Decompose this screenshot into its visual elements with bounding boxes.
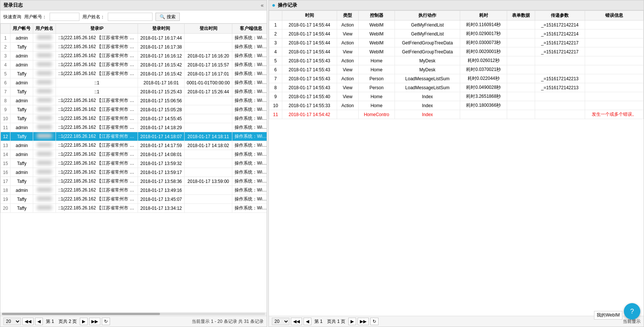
operation-table-row[interactable]: 62018-01-17 14:55:43ViewHomeMyDesk耗时0.03… — [269, 65, 644, 74]
col-client-header: 客户端信息 — [232, 24, 267, 34]
name-input[interactable] — [108, 13, 153, 21]
row-logout-time — [184, 114, 232, 123]
row-login-time: 2018-01-17 16:17:44 — [138, 34, 184, 43]
next-page-btn-right[interactable]: ▶ — [348, 318, 356, 325]
row-username — [33, 132, 56, 141]
login-table-row[interactable]: 1admin::1(222.185.26.162 【江苏省常州市 电信】)201… — [1, 34, 267, 43]
login-table-row[interactable]: 17Taffy::1(222.185.26.162 【江苏省常州市 电信】)20… — [1, 177, 267, 186]
operation-table-row[interactable]: 22018-01-17 14:55:44ViewWebIMGetMyFriend… — [269, 29, 644, 38]
operation-log-panel: ● 操作记录 时间 类型 控制器 执行动作 耗时 表单数据 传递参数 错误信息 — [268, 0, 644, 327]
op-num: 9 — [269, 92, 282, 101]
row-account: admin — [10, 123, 33, 132]
total-pages-right: 页共 1 页 — [327, 318, 345, 325]
row-username — [33, 195, 56, 204]
row-login-time: 2018-01-17 16:15:42 — [138, 60, 184, 69]
op-type: Action — [337, 21, 358, 29]
next-page-btn-left[interactable]: ▶ — [80, 318, 88, 325]
search-area: 快速查询 用户帐号： 用户姓名： 🔍 搜索 — [0, 10, 267, 24]
operation-table-row[interactable]: 52018-01-17 14:55:43ActionHomeMyDesk耗时0.… — [269, 56, 644, 65]
row-logout-time — [184, 123, 232, 132]
row-ip: ::1(222.185.26.162 【江苏省常州市 电信】) — [56, 159, 138, 168]
operation-table-row[interactable]: 12018-01-17 14:55:44ActionWebIMGetMyFrie… — [269, 21, 644, 29]
collapse-button[interactable]: « — [261, 2, 264, 8]
login-table-row[interactable]: 5Taffy::1(222.185.26.162 【江苏省常州市 电信】)201… — [1, 69, 267, 78]
op-error — [585, 56, 644, 65]
login-table-row[interactable]: 14admin::1(222.185.26.162 【江苏省常州市 电信】)20… — [1, 150, 267, 159]
op-params — [535, 101, 585, 110]
op-action: Index — [395, 92, 460, 101]
op-col-form: 表单数据 — [507, 11, 535, 21]
op-duration: 耗时0.022044秒 — [460, 74, 507, 83]
first-page-btn-right[interactable]: ◀◀ — [291, 318, 302, 325]
row-login-time: 2018-01-17 15:06:56 — [138, 96, 184, 105]
login-table-row[interactable]: 13admin::1(222.185.26.162 【江苏省常州市 电信】)20… — [1, 141, 267, 150]
login-table-row[interactable]: 9Taffy::1(222.185.26.162 【江苏省常州市 电信】)201… — [1, 105, 267, 114]
row-account: Taffy — [10, 177, 33, 186]
label-account: 用户帐号： — [24, 14, 47, 20]
op-error: 发生一个或多个错误。 — [585, 110, 644, 119]
login-table-row[interactable]: 18admin::1(222.185.26.162 【江苏省常州市 电信】)20… — [1, 186, 267, 195]
row-account: Taffy — [10, 114, 33, 123]
right-pagination: 20 50 100 ◀◀ ◀ 第 1 页共 1 页 ▶ ▶▶ ↻ 当前显示 — [269, 316, 644, 327]
op-type: Action — [337, 56, 358, 65]
login-table-row[interactable]: 15Taffy::1(222.185.26.162 【江苏省常州市 电信】)20… — [1, 159, 267, 168]
login-table-row[interactable]: 20Taffy::1(222.185.26.162 【江苏省常州市 电信】)20… — [1, 204, 267, 213]
row-username — [33, 52, 56, 60]
login-table-row[interactable]: 8admin::1(222.185.26.162 【江苏省常州市 电信】)201… — [1, 96, 267, 105]
refresh-btn-left[interactable]: ↻ — [102, 318, 110, 325]
first-page-btn-left[interactable]: ◀◀ — [22, 318, 34, 325]
op-num: 7 — [269, 74, 282, 83]
login-table-row[interactable]: 11admin::1(222.185.26.162 【江苏省常州市 电信】)20… — [1, 123, 267, 132]
horizontal-scrollbar[interactable] — [0, 312, 267, 316]
operation-table-row[interactable]: 102018-01-17 14:55:33ActionHomeIndex耗时0.… — [269, 101, 644, 110]
row-logout-time — [184, 204, 232, 213]
last-page-btn-left[interactable]: ▶▶ — [89, 318, 100, 325]
row-client: 操作系统：Windo — [232, 52, 267, 60]
col-ip-header: 登录IP — [56, 24, 138, 34]
login-table-row[interactable]: 7Taffy::12018-01-17 15:25:432018-01-17 1… — [1, 87, 267, 96]
row-login-time: 2018-01-17 15:05:28 — [138, 105, 184, 114]
row-logout-time — [184, 96, 232, 105]
refresh-btn-right[interactable]: ↻ — [370, 318, 378, 325]
last-page-btn-right[interactable]: ▶▶ — [358, 318, 369, 325]
login-table-row[interactable]: 12Taffy::1(222.185.26.162 【江苏省常州市 电信】)20… — [1, 132, 267, 141]
prev-page-btn-left[interactable]: ◀ — [35, 318, 43, 325]
login-table-row[interactable]: 19Taffy::1(222.185.26.162 【江苏省常州市 电信】)20… — [1, 195, 267, 204]
login-table-row[interactable]: 10Taffy::1(222.185.26.162 【江苏省常州市 电信】)20… — [1, 114, 267, 123]
login-table-row[interactable]: 6admin::12018-01-17 16:010001-01-01T00:0… — [1, 78, 267, 87]
row-logout-time: 2018-01-17 14:18:02 — [184, 141, 232, 150]
col-login-header: 登录时间 — [138, 24, 184, 34]
row-number: 3 — [1, 52, 10, 60]
search-button[interactable]: 🔍 搜索 — [155, 13, 180, 21]
op-action: MyDesk — [395, 65, 460, 74]
per-page-select-right[interactable]: 20 50 100 — [272, 318, 289, 325]
login-table-row[interactable]: 4admin::1(222.185.26.162 【江苏省常州市 电信】)201… — [1, 60, 267, 69]
op-num: 1 — [269, 21, 282, 29]
operation-table-row[interactable]: 82018-01-17 14:55:43ViewPersonLoadMessag… — [269, 83, 644, 92]
op-col-time: 时间 — [282, 11, 337, 21]
operation-table-row[interactable]: 92018-01-17 14:55:40ViewHomeIndex耗时3.265… — [269, 92, 644, 101]
row-account: Taffy — [10, 43, 33, 52]
row-ip: ::1(222.185.26.162 【江苏省常州市 电信】) — [56, 34, 138, 43]
operation-table-row[interactable]: 72018-01-17 14:55:43ActionPersonLoadMess… — [269, 74, 644, 83]
operation-table-row[interactable]: 32018-01-17 14:55:44ActionWebIMGetFriend… — [269, 38, 644, 47]
per-page-select-left[interactable]: 20 50 100 — [3, 318, 21, 325]
login-table-row[interactable]: 16admin::1(222.185.26.162 【江苏省常州市 电信】)20… — [1, 168, 267, 177]
op-error — [585, 74, 644, 83]
prev-page-btn-right[interactable]: ◀ — [304, 318, 311, 325]
login-table-row[interactable]: 2Taffy::1(222.185.26.162 【江苏省常州市 电信】)201… — [1, 43, 267, 52]
row-username — [33, 123, 56, 132]
operation-table-row[interactable]: 42018-01-17 14:55:44ViewWebIMGetFriendGr… — [269, 47, 644, 56]
operation-table-row[interactable]: 112018-01-17 14:54:42HomeControIndex发生一个… — [269, 110, 644, 119]
account-input[interactable] — [50, 13, 79, 21]
op-action: Index — [395, 101, 460, 110]
row-account: Taffy — [10, 132, 33, 141]
login-table-row[interactable]: 3admin::1(222.185.26.162 【江苏省常州市 电信】)201… — [1, 52, 267, 60]
operation-table: 时间 类型 控制器 执行动作 耗时 表单数据 传递参数 错误信息 12018-0… — [269, 10, 644, 119]
help-button[interactable]: ? — [624, 303, 640, 320]
row-client: 操作系统：Windo — [232, 105, 267, 114]
row-username — [33, 69, 56, 78]
row-number: 20 — [1, 204, 10, 213]
row-login-time: 2018-01-17 15:25:43 — [138, 87, 184, 96]
label-name: 用户姓名： — [82, 14, 105, 20]
